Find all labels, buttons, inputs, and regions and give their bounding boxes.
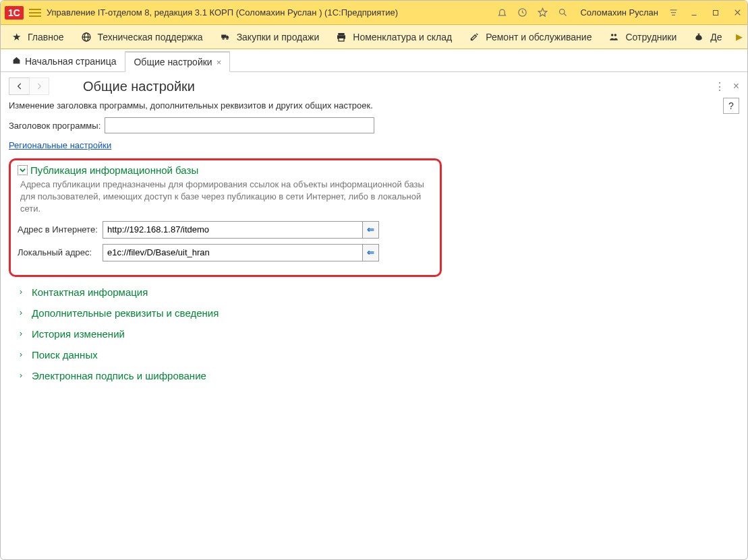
- section-label: Контактная информация: [32, 286, 148, 298]
- internet-address-label: Адрес в Интернете:: [18, 224, 98, 235]
- tools-icon: [468, 32, 480, 42]
- sections-toolbar: ★ Главное Техническая поддержка Закупки …: [1, 25, 747, 49]
- section-support[interactable]: Техническая поддержка: [74, 29, 210, 45]
- section-change-history[interactable]: › История изменений: [16, 328, 739, 340]
- home-icon: [12, 56, 21, 67]
- local-address-insert-button[interactable]: ⇐: [362, 245, 378, 261]
- section-money[interactable]: Де: [686, 29, 728, 45]
- maximize-button[interactable]: [710, 7, 722, 19]
- nav-forward-button[interactable]: [29, 77, 49, 95]
- section-additional-props[interactable]: › Дополнительные реквизиты и сведения: [16, 307, 739, 319]
- section-label: История изменений: [32, 328, 125, 340]
- program-title-input[interactable]: [105, 117, 374, 133]
- chevron-right-icon: ›: [16, 350, 26, 359]
- internet-address-input[interactable]: [103, 222, 362, 238]
- minimize-button[interactable]: [688, 7, 700, 19]
- svg-point-16: [226, 38, 227, 39]
- local-address-label: Локальный адрес:: [18, 247, 98, 257]
- hamburger-icon[interactable]: [29, 9, 41, 17]
- program-title-label: Заголовок программы:: [9, 121, 100, 131]
- chevron-right-icon: ›: [16, 329, 26, 338]
- nav-back-button[interactable]: [9, 77, 29, 95]
- section-label: Техническая поддержка: [98, 32, 203, 42]
- printer-icon: [335, 32, 347, 42]
- svg-point-22: [614, 34, 617, 36]
- section-label: Ремонт и обслуживание: [486, 32, 592, 42]
- star-icon[interactable]: [537, 7, 548, 18]
- page-close-icon[interactable]: ×: [733, 80, 739, 92]
- search-icon[interactable]: [557, 7, 568, 18]
- section-label: Номенклатура и склад: [353, 32, 452, 42]
- section-label: Закупки и продажи: [237, 32, 320, 42]
- logo-1c: 1C: [5, 6, 24, 20]
- star-fill-icon: ★: [10, 32, 22, 42]
- people-icon: [608, 32, 620, 42]
- svg-point-15: [223, 38, 224, 39]
- svg-rect-14: [221, 34, 226, 38]
- svg-point-2: [559, 9, 565, 15]
- internet-address-insert-button[interactable]: ⇐: [362, 222, 378, 238]
- settings-lines-icon[interactable]: [668, 7, 679, 18]
- page-title: Общие настройки: [83, 79, 195, 94]
- help-button[interactable]: ?: [723, 98, 739, 114]
- truck-icon: [219, 32, 231, 42]
- section-label: Дополнительные реквизиты и сведения: [32, 307, 219, 319]
- globe-icon: [80, 32, 92, 42]
- svg-point-21: [611, 34, 614, 36]
- tabs-bar: Начальная страница Общие настройки ×: [1, 49, 747, 72]
- svg-rect-8: [714, 10, 718, 15]
- svg-rect-19: [339, 38, 344, 41]
- svg-line-3: [564, 13, 566, 15]
- publication-section-highlight: Публикация информационной базы Адреса пу…: [9, 158, 442, 277]
- section-contact-info[interactable]: › Контактная информация: [16, 286, 739, 298]
- svg-point-20: [471, 39, 472, 40]
- content-area: Общие настройки ⋮ × Изменение заголовка …: [1, 72, 747, 559]
- section-main[interactable]: ★ Главное: [3, 29, 71, 45]
- toolbar-more-icon[interactable]: ▶: [734, 32, 745, 42]
- svg-rect-17: [339, 33, 345, 35]
- bell-icon[interactable]: [496, 7, 507, 18]
- section-label: Электронная подпись и шифрование: [32, 370, 206, 381]
- history-icon[interactable]: [517, 7, 527, 18]
- publication-section-desc: Адреса публикации предназначены для форм…: [20, 179, 433, 216]
- tab-label: Общие настройки: [134, 57, 212, 67]
- close-button[interactable]: [731, 7, 743, 19]
- tab-close-icon[interactable]: ×: [217, 57, 222, 67]
- regional-settings-link[interactable]: Региональные настройки: [9, 140, 111, 150]
- tab-general-settings[interactable]: Общие настройки ×: [125, 51, 230, 72]
- section-stock[interactable]: Номенклатура и склад: [328, 29, 459, 45]
- chevron-right-icon: ›: [16, 308, 26, 317]
- chevron-right-icon: ›: [16, 287, 26, 297]
- section-collapse-toggle[interactable]: [18, 165, 28, 175]
- section-label: Сотрудники: [625, 32, 677, 42]
- window-title: Управление IT-отделом 8, редакция 3.1 КО…: [47, 7, 492, 18]
- money-bag-icon: [693, 32, 705, 42]
- section-purchasing[interactable]: Закупки и продажи: [212, 29, 326, 45]
- tab-label: Начальная страница: [25, 56, 116, 67]
- more-vert-icon[interactable]: ⋮: [714, 80, 725, 93]
- publication-section-title[interactable]: Публикация информационной базы: [30, 164, 198, 176]
- section-data-search[interactable]: › Поиск данных: [16, 349, 739, 361]
- title-bar: 1C Управление IT-отделом 8, редакция 3.1…: [1, 1, 747, 25]
- section-esignature[interactable]: › Электронная подпись и шифрование: [16, 370, 739, 381]
- section-repair[interactable]: Ремонт и обслуживание: [461, 29, 598, 45]
- page-description: Изменение заголовка программы, дополните…: [9, 100, 739, 111]
- local-address-input[interactable]: [103, 245, 362, 261]
- tab-start-page[interactable]: Начальная страница: [3, 51, 125, 71]
- chevron-right-icon: ›: [16, 371, 26, 380]
- section-label: Главное: [28, 32, 64, 42]
- section-label: Де: [710, 32, 722, 42]
- svg-marker-1: [538, 8, 547, 16]
- username-label[interactable]: Соломахин Руслан: [580, 7, 658, 18]
- section-employees[interactable]: Сотрудники: [601, 29, 683, 45]
- section-label: Поиск данных: [32, 349, 98, 361]
